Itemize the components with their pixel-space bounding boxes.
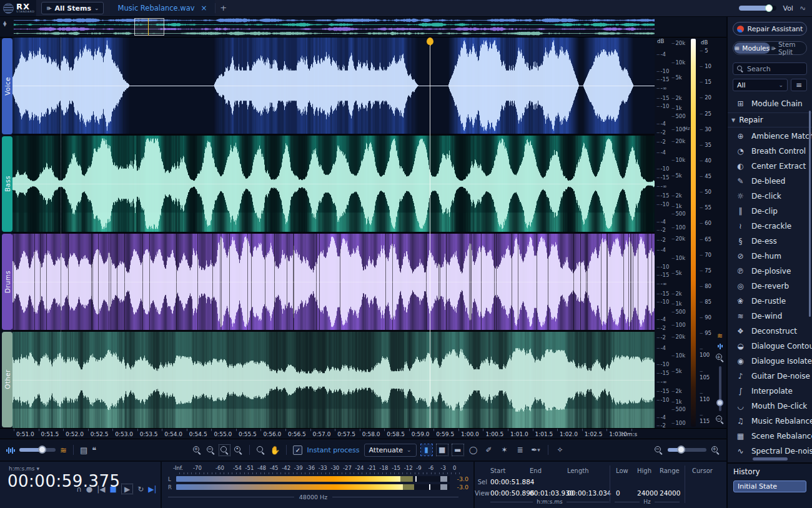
play-button[interactable]: ▶ <box>121 484 133 494</box>
frequency-selection-tool[interactable]: ▬ <box>452 444 463 456</box>
left-peak-readout[interactable]: -3.0 <box>453 476 468 482</box>
sidebar-horizontal-scrollbar[interactable] <box>753 457 788 461</box>
spectrogram-lane-other[interactable] <box>12 332 655 428</box>
stop-button[interactable]: ■ <box>110 485 117 494</box>
view-length-value[interactable]: 00:00:13.034 <box>567 489 611 497</box>
history-item-selected[interactable]: Initial State <box>733 481 806 492</box>
module-item-de-bleed[interactable]: ✎De-bleed <box>728 174 812 189</box>
spectrogram-view-icon[interactable]: ≋ <box>717 334 723 339</box>
tab-close-icon[interactable]: × <box>201 4 207 12</box>
file-tab[interactable]: Music Rebalance.wav × <box>110 0 214 16</box>
module-item-center-extract[interactable]: ◐Center Extract <box>728 159 812 174</box>
instant-process-checkbox[interactable]: ✓ <box>293 446 302 455</box>
module-item-de-plosive[interactable]: ℗De-plosive <box>728 264 812 279</box>
view-end-value[interactable]: 00:01:03.930 <box>530 489 567 497</box>
overview-navigator[interactable]: ▲▼ <box>0 17 726 37</box>
module-item-scene-rebalance[interactable]: ▦Scene Rebalance <box>728 429 812 444</box>
zoom-selection-icon[interactable] <box>220 446 229 455</box>
repair-section-header[interactable]: ▼ Repair <box>728 112 812 127</box>
spectrogram-color-scale[interactable] <box>690 37 697 428</box>
h-zoom-in-icon[interactable]: + <box>711 446 720 455</box>
stem-tab-drums[interactable]: Drums <box>2 234 12 330</box>
stem-tab-voice[interactable]: Voice <box>2 38 12 134</box>
module-item-deconstruct[interactable]: ❖Deconstruct <box>728 324 812 339</box>
spectrogram-display-icon[interactable]: ≋ <box>60 446 67 454</box>
comment-icon[interactable]: ❝ <box>92 446 96 454</box>
module-item-de-ess[interactable]: §De-ess <box>728 234 812 249</box>
h-zoom-slider[interactable] <box>668 448 706 452</box>
stem-tab-other[interactable]: Other <box>2 332 12 428</box>
module-item-de-reverb[interactable]: ◎De-reverb <box>728 279 812 294</box>
magnify-tool-icon[interactable] <box>256 446 265 455</box>
bezier-tool-icon[interactable]: ✧ <box>555 444 566 456</box>
record-button[interactable]: ● <box>86 485 92 494</box>
spectrogram-lane-drums[interactable] <box>12 234 655 330</box>
spectrogram-lane-voice[interactable] <box>12 37 655 134</box>
vertical-zoom-out-icon[interactable]: − <box>715 415 725 424</box>
zoom-reset-icon[interactable]: • <box>234 446 243 455</box>
time-ruler[interactable]: 0:51.00:51.50:52.00:52.50:53.00:53.50:54… <box>0 428 726 439</box>
lasso-selection-tool[interactable]: ◯ <box>468 444 479 456</box>
view-high-value[interactable]: 24000 <box>637 489 660 497</box>
module-item-de-clip[interactable]: ‖De-clip <box>728 204 812 219</box>
module-item-breath-control[interactable]: ◔Breath Control <box>728 144 812 159</box>
module-item-de-rustle[interactable]: ❀De-rustle <box>728 294 812 309</box>
overview-waveform[interactable] <box>14 18 655 36</box>
time-format-dropdown-icon[interactable]: ▾ <box>36 466 39 472</box>
loop-button[interactable]: ↻ <box>137 485 144 494</box>
zoom-out-icon[interactable]: − <box>206 446 215 455</box>
sidebar-vertical-scrollbar[interactable] <box>809 111 811 317</box>
adjust-selection-tool[interactable]: ≣ <box>515 444 526 456</box>
module-item-ambience-match[interactable]: ⊕Ambience Match <box>728 129 812 144</box>
magic-wand-tool[interactable]: ✶ <box>499 444 510 456</box>
module-item-de-hum[interactable]: ⊘De-hum <box>728 249 812 264</box>
instant-process-label[interactable]: Instant process <box>307 446 359 454</box>
signal-generator-icon[interactable]: ∿ <box>798 3 806 13</box>
repair-assistant-button[interactable]: Repair Assistant <box>733 22 807 36</box>
module-search-field[interactable]: Search <box>733 62 807 75</box>
module-item-dialogue-isolate[interactable]: ◉Dialogue Isolate <box>728 354 812 369</box>
time-selection-tool[interactable]: ▮ <box>421 444 432 456</box>
monitor-icon[interactable]: ∩ <box>76 485 82 494</box>
view-low-value[interactable]: 0 <box>611 489 637 497</box>
view-range-value[interactable]: 24000 <box>660 489 686 497</box>
module-list-options-button[interactable]: ≡ <box>791 79 807 91</box>
overview-collapse-icon[interactable]: ▲▼ <box>3 21 6 26</box>
module-item-mouth-de-click[interactable]: ◡Mouth De-click <box>728 399 812 414</box>
module-item-de-crackle[interactable]: ≀De-crackle <box>728 219 812 234</box>
stem-tab-bass[interactable]: Bass <box>2 136 12 232</box>
brush-selection-tool[interactable]: ✐ <box>483 444 495 456</box>
volume-slider[interactable] <box>739 6 776 11</box>
view-start-value[interactable]: 00:00:50.896 <box>490 489 530 497</box>
process-mode-dropdown[interactable]: Attenuate ⌄ <box>364 444 417 457</box>
waveform-view-icon[interactable] <box>718 343 723 349</box>
module-item-dialogue-contour[interactable]: ◒Dialogue Contour <box>728 339 812 354</box>
feather-tool[interactable]: ✒▾ <box>530 444 542 456</box>
right-peak-readout[interactable]: -3.0 <box>453 484 468 491</box>
tab-stem-split[interactable]: ⋔ Stem Split <box>771 41 807 56</box>
time-frequency-selection-tool[interactable]: ■ <box>437 444 448 456</box>
module-filter-dropdown[interactable]: All ⌄ <box>733 79 788 91</box>
volume-slider-knob[interactable] <box>765 4 773 12</box>
vertical-zoom-in-icon[interactable]: + <box>715 353 725 362</box>
waveform-display-icon[interactable] <box>6 447 15 454</box>
hand-tool-icon[interactable]: ✋ <box>270 446 280 454</box>
module-item-de-wind[interactable]: ≋De-wind <box>728 309 812 324</box>
new-tab-button[interactable]: + <box>215 3 232 13</box>
sel-start-value[interactable]: 00:00:51.884 <box>490 478 530 486</box>
zoom-in-icon[interactable]: + <box>192 446 202 455</box>
h-zoom-out-icon[interactable]: − <box>654 446 663 455</box>
module-item-guitar-de-noise[interactable]: ♪Guitar De-noise <box>728 369 812 384</box>
stem-selector-dropdown[interactable]: ⋔ All Stems ⌄ <box>41 2 104 14</box>
module-item-module-chain[interactable]: ⊞ Module Chain <box>728 96 812 111</box>
spectrogram-lane-bass[interactable] <box>12 136 655 232</box>
module-item-de-click[interactable]: ☼De-click <box>728 189 812 204</box>
tab-modules[interactable]: ≡ Modules <box>734 42 770 54</box>
clipboard-icon[interactable]: ▤ <box>80 446 87 454</box>
vertical-zoom-slider[interactable] <box>719 366 721 411</box>
skip-to-start-button[interactable]: |◀ <box>97 485 105 494</box>
module-item-interpolate[interactable]: ∫Interpolate <box>728 384 812 399</box>
module-item-spectral-de-noise[interactable]: ∿Spectral De-noise <box>728 444 812 456</box>
wave-spectrogram-blend-slider[interactable] <box>19 448 56 452</box>
play-selection-button[interactable]: ▶| <box>148 485 156 494</box>
